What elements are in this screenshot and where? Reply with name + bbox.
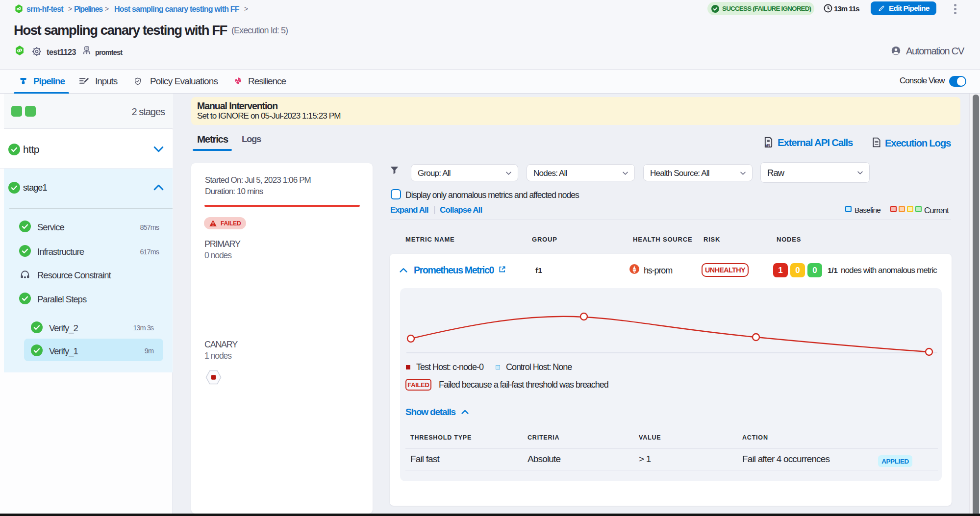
svg-text:API: API	[765, 144, 770, 147]
